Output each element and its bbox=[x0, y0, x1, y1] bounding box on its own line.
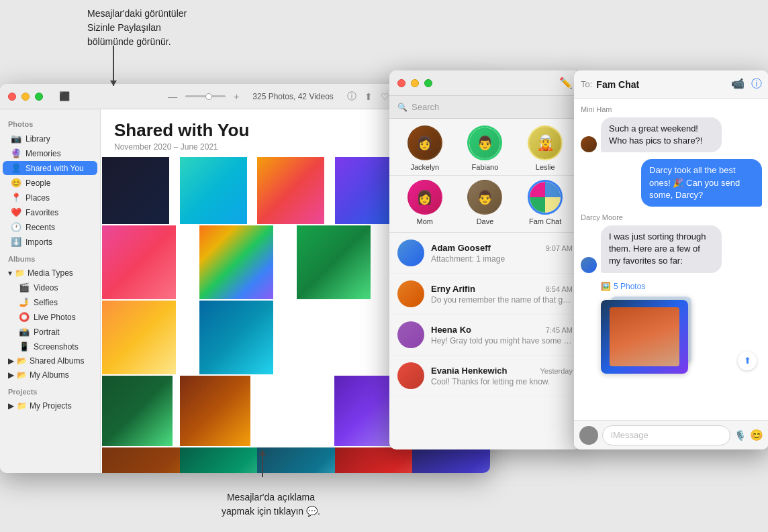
conv-content-erny: Erny Arifin 8:54 AM Do you remember the … bbox=[431, 284, 573, 305]
sidebar-item-recents[interactable]: 🕐 Recents bbox=[3, 220, 97, 234]
selfies-icon: 🤳 bbox=[19, 297, 30, 307]
info-circle-icon[interactable]: ⓘ bbox=[751, 77, 762, 91]
sidebar-item-favorites[interactable]: ❤️ Favorites bbox=[3, 205, 97, 219]
plus-icon[interactable]: + bbox=[234, 91, 239, 102]
sidebar-toggle-icon[interactable]: ⬛ bbox=[59, 91, 70, 101]
conv-name-adam: Adam Gooseff bbox=[431, 243, 491, 253]
close-button[interactable] bbox=[8, 93, 16, 101]
sidebar-item-memories[interactable]: 🔮 Memories bbox=[3, 146, 97, 160]
photo-item[interactable] bbox=[102, 376, 173, 446]
memories-icon: 🔮 bbox=[11, 148, 21, 158]
contact-name-fabiano: Fabiano bbox=[472, 163, 499, 171]
contact-leslie[interactable]: 🧝 Leslie bbox=[528, 125, 563, 171]
compose-icon[interactable]: ✏️ bbox=[559, 76, 573, 89]
library-icon: 📷 bbox=[11, 134, 21, 144]
sidebar-item-people[interactable]: 😊 People bbox=[3, 176, 97, 190]
imessage-input[interactable]: iMessage bbox=[602, 425, 730, 445]
info-icon[interactable]: ⓘ bbox=[347, 91, 356, 103]
conv-name-heena: Heena Ko bbox=[431, 325, 471, 335]
contact-avatar-leslie: 🧝 bbox=[528, 125, 563, 160]
sidebar-item-videos[interactable]: 🎬 Videos bbox=[3, 280, 97, 295]
photos-badge: 🖼️ 5 Photos bbox=[601, 282, 645, 291]
contact-name-dave: Dave bbox=[477, 217, 494, 225]
photo-item[interactable]: 💬 bbox=[102, 447, 183, 473]
conv-name-evania: Evania Henkewich bbox=[431, 366, 507, 376]
photos-count: 5 Photos bbox=[614, 282, 645, 291]
photo-item[interactable]: 💬 bbox=[257, 447, 338, 473]
share-icon[interactable]: ⬆ bbox=[365, 91, 373, 102]
photo-item[interactable] bbox=[257, 157, 324, 224]
photo-grid-row4: 💬 💬 💬 💬 bbox=[101, 447, 490, 473]
heart-icon[interactable]: ♡ bbox=[381, 91, 389, 102]
search-input[interactable]: Search bbox=[412, 102, 439, 112]
photo-item[interactable] bbox=[102, 225, 176, 299]
sidebar-item-screenshots[interactable]: 📱 Screenshots bbox=[3, 339, 97, 354]
msg-close-button[interactable] bbox=[397, 79, 405, 87]
conv-content-heena: Heena Ko 7:45 AM Hey! Gray told you migh… bbox=[431, 325, 573, 345]
contact-dave[interactable]: 👨 Dave bbox=[467, 180, 502, 225]
recents-icon: 🕐 bbox=[11, 222, 21, 232]
sidebar-item-shared-with-you[interactable]: 👤 Shared with You bbox=[3, 161, 97, 175]
msg-group-you: Darcy took all the best ones! 🎉 Can you … bbox=[581, 159, 762, 207]
conv-avatar-evania bbox=[397, 362, 424, 389]
contact-avatar-jackelyn: 👩 bbox=[407, 125, 442, 160]
sidebar-item-places[interactable]: 📍 Places bbox=[3, 191, 97, 205]
bubble-darcy: I was just sorting through them. Here ar… bbox=[601, 225, 722, 273]
photo-item[interactable] bbox=[180, 447, 260, 473]
contact-fabiano[interactable]: 👨 Fabiano bbox=[467, 125, 502, 171]
conv-content-evania: Evania Henkewich Yesterday Cool! Thanks … bbox=[431, 366, 573, 386]
contact-fam-chat[interactable]: Fam Chat bbox=[528, 180, 563, 225]
contact-jackelyn[interactable]: 👩 Jackelyn bbox=[407, 125, 442, 171]
conv-preview-heena: Hey! Gray told you might have some good … bbox=[431, 336, 573, 345]
msg-group-miniham: Mini Ham Such a great weekend! Who has p… bbox=[581, 105, 762, 152]
mic-icon[interactable]: 🎙️ bbox=[734, 430, 746, 441]
sidebar: Photos 📷 Library 🔮 Memories 👤 Shared wit… bbox=[0, 109, 101, 473]
maximize-button[interactable] bbox=[35, 93, 43, 101]
photo-item[interactable]: 💬 bbox=[335, 447, 416, 473]
conversation-evania[interactable]: Evania Henkewich Yesterday Cool! Thanks … bbox=[389, 356, 581, 396]
sidebar-label-people: People bbox=[26, 178, 50, 188]
conversation-erny[interactable]: Erny Arifin 8:54 AM Do you remember the … bbox=[389, 274, 581, 315]
minimize-button[interactable] bbox=[21, 93, 30, 101]
photo-item[interactable]: 💬 bbox=[412, 447, 490, 473]
conversation-heena[interactable]: Heena Ko 7:45 AM Hey! Gray told you migh… bbox=[389, 315, 581, 356]
media-types-label: Media Types bbox=[28, 268, 73, 278]
sidebar-group-media-types[interactable]: ▾ 📁 Media Types bbox=[3, 266, 97, 280]
msg-row-darcy1: I was just sorting through them. Here ar… bbox=[581, 225, 762, 273]
photo-item[interactable] bbox=[102, 157, 169, 224]
avatar-mini-ham bbox=[581, 136, 597, 152]
sidebar-label-library: Library bbox=[26, 134, 50, 144]
photo-item[interactable] bbox=[199, 225, 273, 299]
imsg-titlebar: To: Fam Chat 📹 ⓘ bbox=[574, 70, 768, 99]
zoom-slider[interactable] bbox=[185, 95, 226, 97]
videos-icon: 🎬 bbox=[19, 282, 30, 292]
emoji-icon[interactable]: 😊 bbox=[750, 429, 763, 441]
photo-card-main[interactable] bbox=[601, 300, 688, 374]
contact-mom[interactable]: 👩 Mom bbox=[407, 180, 442, 225]
sidebar-label-portrait: Portrait bbox=[34, 327, 60, 337]
photo-item[interactable] bbox=[199, 301, 273, 374]
sidebar-item-selfies[interactable]: 🤳 Selfies bbox=[3, 295, 97, 309]
photo-stack[interactable]: ⬆ bbox=[601, 297, 762, 377]
share-button[interactable]: ⬆ bbox=[738, 352, 757, 370]
sidebar-group-shared-albums[interactable]: ▶ 📂 Shared Albums bbox=[3, 354, 97, 368]
video-call-icon[interactable]: 📹 bbox=[731, 77, 745, 91]
msg-maximize-button[interactable] bbox=[424, 79, 432, 87]
sidebar-item-live-photos[interactable]: ⭕ Live Photos bbox=[3, 310, 97, 324]
sidebar-albums-header: Albums bbox=[0, 250, 100, 266]
sidebar-item-library[interactable]: 📷 Library bbox=[3, 131, 97, 146]
msg-minimize-button[interactable] bbox=[411, 79, 419, 87]
sidebar-item-imports[interactable]: ⬇️ Imports bbox=[3, 235, 97, 249]
sidebar-group-my-projects[interactable]: ▶ 📁 My Projects bbox=[3, 399, 97, 413]
photo-item[interactable] bbox=[297, 225, 371, 299]
sidebar-item-portrait[interactable]: 📸 Portrait bbox=[3, 325, 97, 339]
conv-time-erny: 8:54 AM bbox=[546, 285, 573, 293]
conv-preview-adam: Attachment: 1 image bbox=[431, 254, 573, 264]
photo-item[interactable] bbox=[180, 157, 247, 224]
photo-item[interactable] bbox=[180, 376, 250, 446]
minus-icon[interactable]: — bbox=[168, 91, 177, 102]
photo-item[interactable] bbox=[102, 301, 176, 374]
conversation-adam[interactable]: Adam Gooseff 9:07 AM Attachment: 1 image bbox=[389, 233, 581, 274]
sidebar-group-my-albums[interactable]: ▶ 📂 My Albums bbox=[3, 368, 97, 382]
sender-avatar[interactable] bbox=[579, 426, 598, 445]
